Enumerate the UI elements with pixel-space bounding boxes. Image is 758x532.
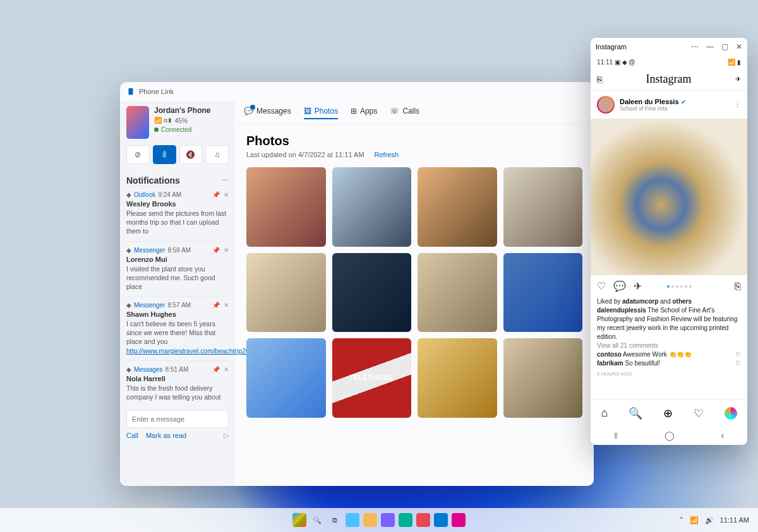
- liked-by-others[interactable]: others: [673, 298, 692, 305]
- pin-icon[interactable]: 📌: [212, 302, 220, 309]
- taskbar-app[interactable]: [416, 513, 430, 527]
- clock[interactable]: 11:11 AM: [720, 516, 749, 524]
- notif-app: Messenger: [134, 247, 165, 254]
- photo-thumbnail[interactable]: [503, 167, 583, 247]
- instagram-titlebar[interactable]: Instagram ⋯ — ▢ ✕: [591, 38, 747, 56]
- bluetooth-button[interactable]: [153, 145, 176, 164]
- android-nav-bar: ⦀ ◯ ‹: [591, 426, 747, 445]
- notification-item[interactable]: ◆Outlook9:24 AM📌✕ Wesley Brooks Please s…: [126, 186, 229, 241]
- photo-thumbnail[interactable]: [503, 253, 583, 333]
- photo-thumbnail[interactable]: [503, 338, 583, 418]
- device-status: Connected: [154, 126, 211, 133]
- maximize-icon[interactable]: ▢: [721, 42, 728, 51]
- close-icon[interactable]: ✕: [224, 191, 229, 198]
- bookmark-icon[interactable]: ⎘: [735, 281, 741, 292]
- send-icon[interactable]: ▷: [224, 432, 229, 440]
- like-comment-icon[interactable]: ♡: [735, 359, 741, 368]
- tab-photos[interactable]: 🖼Photos: [304, 107, 338, 119]
- taskbar[interactable]: 🔍 ⧉ ˄ 📶 🔊 11:11 AM: [0, 508, 758, 532]
- photo-thumbnail[interactable]: [246, 167, 326, 247]
- share-icon[interactable]: ✈: [634, 280, 642, 292]
- search-icon[interactable]: 🔍: [310, 513, 324, 527]
- camera-icon[interactable]: ⎘: [597, 74, 602, 85]
- pin-icon[interactable]: 📌: [212, 191, 220, 198]
- photo-thumbnail[interactable]: [246, 338, 326, 418]
- close-icon[interactable]: ✕: [224, 247, 229, 254]
- dnd-button[interactable]: ⊘: [126, 145, 150, 164]
- notifications-more-icon[interactable]: ⋯: [222, 177, 229, 185]
- photos-heading: Photos: [246, 134, 582, 148]
- taskbar-app[interactable]: [381, 513, 395, 527]
- mark-read-link[interactable]: Mark as read: [146, 432, 186, 440]
- photos-updated: Last updated on 4/7/2022 at 11:11 AM: [246, 151, 364, 158]
- phone-link-titlebar[interactable]: Phone Link: [120, 82, 594, 101]
- search-icon[interactable]: 🔍: [629, 406, 642, 420]
- taskbar-app[interactable]: [452, 513, 466, 527]
- profile-icon[interactable]: [725, 407, 737, 420]
- wifi-icon[interactable]: 📶: [690, 516, 699, 524]
- photo-thumbnail[interactable]: [418, 253, 497, 333]
- device-name: Jordan's Phone: [154, 106, 211, 115]
- recent-apps-icon[interactable]: ⦀: [614, 430, 618, 441]
- liked-by-user[interactable]: adatumcorp: [622, 298, 658, 305]
- notif-body: Please send the pictures from last month…: [126, 209, 229, 236]
- tab-messages[interactable]: 💬Messages: [244, 107, 291, 119]
- system-tray[interactable]: ˄ 📶 🔊 11:11 AM: [680, 516, 749, 524]
- avatar: [597, 96, 615, 114]
- post-user-row[interactable]: Daleen du Plessis✔ School of Fine Arts ⋮: [591, 91, 747, 119]
- photo-thumbnail[interactable]: [418, 167, 497, 247]
- close-icon[interactable]: ✕: [224, 302, 229, 309]
- view-all-comments[interactable]: View all 21 comments: [597, 341, 741, 350]
- photo-thumbnail[interactable]: [332, 253, 412, 333]
- photo-thumbnail[interactable]: TELEPHONE: [332, 338, 412, 418]
- post-more-icon[interactable]: ⋮: [734, 101, 741, 109]
- message-input[interactable]: [126, 410, 229, 428]
- like-icon[interactable]: ♡: [597, 280, 606, 292]
- like-comment-icon[interactable]: ♡: [735, 350, 741, 359]
- volume-icon[interactable]: 🔊: [705, 516, 714, 524]
- chevron-up-icon[interactable]: ˄: [680, 516, 683, 524]
- more-icon[interactable]: ⋯: [691, 42, 699, 51]
- add-post-icon[interactable]: ⊕: [663, 406, 673, 420]
- home-button-icon[interactable]: ◯: [665, 430, 675, 440]
- music-button[interactable]: ♫: [205, 145, 229, 164]
- start-button[interactable]: [292, 513, 306, 527]
- photo-thumbnail[interactable]: [246, 253, 326, 333]
- taskbar-app[interactable]: [434, 513, 448, 527]
- photo-thumbnail[interactable]: [418, 338, 497, 418]
- notif-body: I can't believe its been 5 years since w…: [126, 319, 229, 355]
- minimize-icon[interactable]: —: [706, 42, 714, 51]
- notification-item[interactable]: ◆Messenger8:59 AM📌✕ Lorenzo Mui I visite…: [126, 241, 229, 297]
- post-image[interactable]: [591, 119, 747, 275]
- close-icon[interactable]: ✕: [736, 42, 742, 51]
- tab-apps[interactable]: ⊞Apps: [351, 107, 377, 119]
- task-view-icon[interactable]: ⧉: [328, 513, 342, 527]
- caption-user[interactable]: daleenduplessis: [597, 307, 646, 314]
- send-icon[interactable]: ✈: [735, 75, 741, 83]
- taskbar-app[interactable]: [346, 513, 359, 527]
- taskbar-app[interactable]: [363, 513, 377, 527]
- notification-item[interactable]: ◆Messages8:51 AM📌✕ Nola Harrell This is …: [126, 360, 229, 406]
- call-link[interactable]: Call: [126, 432, 138, 440]
- pin-icon[interactable]: 📌: [212, 247, 220, 254]
- notification-item[interactable]: ◆Messenger8:57 AM📌✕ Shawn Hughes I can't…: [126, 296, 229, 360]
- close-icon[interactable]: ✕: [224, 366, 229, 373]
- comment-user[interactable]: fabrikam: [597, 360, 623, 367]
- tab-calls[interactable]: ☏Calls: [390, 107, 419, 119]
- verified-icon: ✔: [681, 98, 686, 105]
- pin-icon[interactable]: 📌: [212, 366, 220, 373]
- taskbar-app[interactable]: [399, 513, 412, 527]
- notif-app: Outlook: [134, 191, 155, 198]
- refresh-link[interactable]: Refresh: [375, 151, 399, 158]
- volume-button[interactable]: 🔇: [179, 145, 203, 164]
- notif-sender: Shawn Hughes: [126, 310, 229, 318]
- back-icon[interactable]: ‹: [721, 430, 724, 440]
- notif-app: Messages: [134, 366, 163, 373]
- notif-sender: Nola Harrell: [126, 375, 229, 382]
- comment-user[interactable]: contoso: [597, 351, 622, 358]
- photo-thumbnail[interactable]: [332, 167, 412, 247]
- activity-icon[interactable]: ♡: [694, 406, 704, 420]
- home-icon[interactable]: ⌂: [601, 406, 608, 420]
- device-card[interactable]: Jordan's Phone 📶 ⧈▮45% Connected: [126, 106, 229, 139]
- comment-icon[interactable]: 💬: [613, 280, 626, 292]
